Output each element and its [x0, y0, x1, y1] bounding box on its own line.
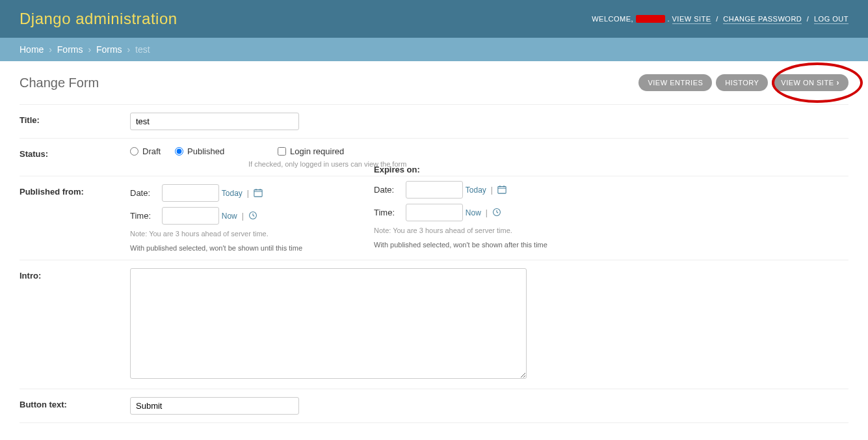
history-button[interactable]: History [716, 74, 768, 91]
published-from-date-input[interactable] [162, 184, 219, 202]
breadcrumb-forms-app[interactable]: Forms [57, 44, 83, 55]
intro-label: Intro: [20, 268, 130, 281]
tz-note: Note: You are 3 hours ahead of server ti… [130, 230, 302, 238]
separator: / [716, 15, 718, 23]
breadcrumb-current: test [135, 44, 150, 55]
content: Change Form View Entries History View on… [0, 61, 868, 436]
view-on-site-label: View on site [781, 79, 834, 87]
date-label: Date: [374, 185, 403, 195]
status-draft-radio[interactable] [130, 147, 138, 156]
expires-on-label: Expires on: [374, 165, 547, 174]
calendar-icon[interactable] [497, 185, 506, 196]
page-title: Change Form [20, 76, 99, 90]
expires-time-input[interactable] [406, 204, 463, 221]
published-from-label: Published from: [20, 184, 130, 197]
calendar-icon[interactable] [254, 188, 263, 199]
today-link[interactable]: Today [466, 186, 486, 195]
status-published-option[interactable]: Published [175, 146, 224, 156]
status-published-label: Published [187, 146, 224, 156]
title-input[interactable] [130, 113, 299, 130]
logout-link[interactable]: LOG OUT [814, 15, 848, 24]
chevron-right-icon: › [837, 78, 840, 87]
login-required-help: If checked, only logged in users can vie… [248, 160, 848, 168]
published-from-col: Date: Today | Time: Now | [130, 184, 302, 252]
time-label: Time: [374, 208, 403, 217]
view-site-link[interactable]: VIEW SITE [672, 15, 711, 24]
intro-textarea[interactable] [130, 268, 527, 379]
now-link[interactable]: Now [222, 212, 237, 221]
view-on-site-button[interactable]: View on site › [772, 74, 848, 91]
breadcrumb: Home › Forms › Forms › test [0, 38, 868, 61]
intro-row: Intro: [20, 260, 848, 389]
login-required-label: Login required [290, 146, 344, 156]
content-header: Change Form View Entries History View on… [20, 74, 848, 91]
status-draft-label: Draft [142, 146, 161, 156]
published-from-time-input[interactable] [162, 207, 219, 225]
breadcrumb-sep: › [88, 44, 91, 55]
svg-line-13 [497, 212, 498, 213]
tz-note: Note: You are 3 hours ahead of server ti… [374, 227, 547, 234]
breadcrumb-home[interactable]: Home [20, 44, 44, 55]
expires-date-input[interactable] [406, 181, 463, 199]
view-entries-button[interactable]: View Entries [638, 74, 712, 91]
object-tools: View Entries History View on site › [638, 74, 848, 91]
svg-rect-7 [498, 186, 506, 193]
expires-desc: With published selected, won't be shown … [374, 241, 547, 249]
form-module: Title: Status: Draft Published Login req [20, 104, 848, 423]
separator: / [807, 15, 809, 23]
user-tools: WELCOME, . VIEW SITE / CHANGE PASSWORD /… [592, 15, 848, 23]
datetime-row: Published from: Date: Today | [20, 176, 848, 260]
status-label: Status: [20, 146, 130, 159]
login-required-option[interactable]: Login required [278, 146, 344, 156]
login-required-checkbox[interactable] [278, 147, 286, 156]
username-redacted [636, 15, 665, 23]
date-label: Date: [130, 188, 159, 198]
breadcrumb-forms-model[interactable]: Forms [96, 44, 122, 55]
title-row: Title: [20, 105, 848, 139]
expires-on-col: Expires on: Date: Today | Time: [374, 184, 547, 252]
time-label: Time: [130, 211, 159, 221]
header: Django administration WELCOME, . VIEW SI… [0, 0, 868, 38]
change-password-link[interactable]: CHANGE PASSWORD [723, 15, 802, 24]
title-label: Title: [20, 113, 130, 125]
today-link[interactable]: Today [222, 189, 243, 198]
welcome-label: WELCOME, [592, 15, 633, 23]
breadcrumb-sep: › [127, 44, 131, 55]
clock-icon[interactable] [248, 211, 257, 222]
breadcrumb-sep: › [49, 44, 52, 55]
now-link[interactable]: Now [466, 208, 481, 217]
button-text-label: Button text: [20, 397, 130, 409]
svg-rect-0 [254, 189, 262, 197]
status-draft-option[interactable]: Draft [130, 146, 161, 156]
published-from-desc: With published selected, won't be shown … [130, 244, 302, 252]
button-text-input[interactable] [130, 397, 299, 415]
svg-line-6 [253, 215, 254, 216]
button-text-row: Button text: [20, 389, 848, 423]
status-published-radio[interactable] [175, 147, 183, 156]
clock-icon[interactable] [492, 208, 501, 219]
branding-title: Django administration [20, 10, 178, 28]
